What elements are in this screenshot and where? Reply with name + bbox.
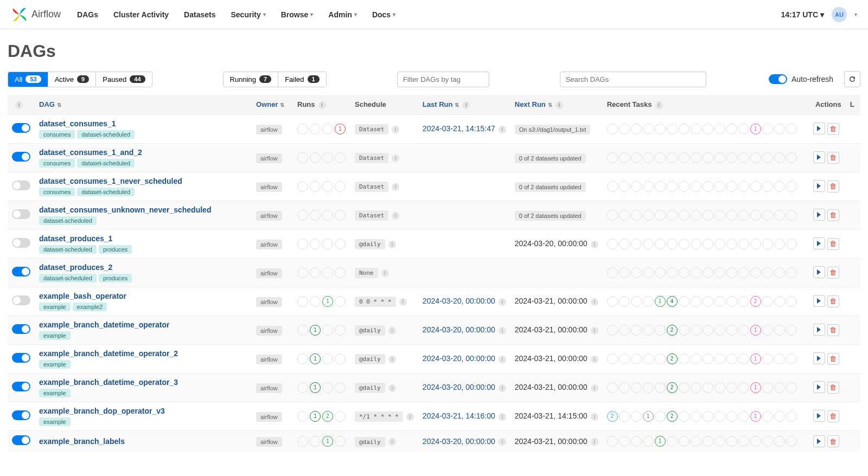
task-status-circle[interactable] [762,436,773,447]
task-status-circle[interactable] [607,210,618,221]
run-status-circle[interactable] [297,239,308,249]
run-status-circle[interactable] [335,325,346,336]
run-status-circle[interactable] [335,411,346,422]
task-status-circle[interactable] [679,181,690,192]
task-status-circle[interactable] [738,267,749,278]
task-status-circle[interactable] [714,325,725,336]
task-status-circle[interactable] [750,181,761,192]
task-status-circle[interactable] [726,325,737,336]
tag-chip[interactable]: dataset-scheduled [39,274,97,282]
delete-button[interactable]: 🗑 [827,123,839,135]
task-status-circle[interactable] [726,124,737,134]
dag-enable-toggle[interactable] [12,353,30,363]
task-status-circle[interactable] [643,382,654,393]
task-status-circle[interactable] [631,296,642,307]
owner-chip[interactable]: airflow [256,355,282,364]
task-status-circle[interactable] [643,325,654,336]
trigger-button[interactable] [813,209,825,221]
task-status-circle[interactable] [750,436,761,447]
dag-link[interactable]: dataset_consumes_1 [39,119,116,128]
task-status-circle[interactable] [607,382,618,393]
task-status-circle[interactable] [786,239,797,249]
run-status-circle[interactable] [322,267,333,278]
info-icon[interactable]: i [591,241,598,248]
task-status-circle[interactable] [691,411,701,422]
dag-enable-toggle[interactable] [12,295,30,305]
task-status-circle[interactable] [714,436,725,447]
task-status-circle[interactable] [643,152,654,163]
delete-button[interactable]: 🗑 [827,267,839,279]
run-status-circle[interactable]: 1 [310,411,321,422]
schedule-chip[interactable]: Dataset [355,210,388,221]
info-icon[interactable]: i [392,212,399,220]
task-status-circle[interactable] [762,353,773,364]
dag-link[interactable]: dataset_consumes_1_and_2 [39,148,142,157]
task-status-circle[interactable] [726,152,737,163]
task-status-circle[interactable] [619,210,630,221]
task-status-circle[interactable] [619,411,630,422]
task-status-circle[interactable] [714,267,725,278]
task-status-circle[interactable] [726,436,737,447]
trigger-button[interactable] [813,237,825,249]
tag-chip[interactable]: consumes [39,159,75,168]
task-status-circle[interactable] [786,210,797,221]
task-status-circle[interactable] [607,296,618,307]
delete-button[interactable]: 🗑 [827,181,839,192]
task-status-circle[interactable] [679,353,690,364]
info-icon[interactable]: i [392,155,399,162]
run-status-circle[interactable]: 1 [322,436,333,447]
task-status-circle[interactable] [750,210,761,221]
task-status-circle[interactable] [774,382,785,393]
task-status-circle[interactable] [703,382,713,393]
dag-enable-toggle[interactable] [12,267,30,276]
nav-item-docs[interactable]: Docs▾ [372,10,395,19]
dag-link[interactable]: example_branch_labels [39,437,125,446]
clock[interactable]: 14:17 UTC▾ [781,10,824,19]
task-status-circle[interactable] [643,296,654,307]
task-status-circle[interactable] [738,124,749,134]
task-status-circle[interactable] [786,296,797,307]
task-status-circle[interactable] [714,210,725,221]
task-status-circle[interactable] [631,152,642,163]
schedule-chip[interactable]: Dataset [355,124,388,134]
task-status-circle[interactable] [703,152,713,163]
task-status-circle[interactable] [762,296,773,307]
run-status-circle[interactable] [297,325,308,336]
schedule-chip[interactable]: @daily [355,239,385,249]
task-status-circle[interactable] [714,353,725,364]
task-status-circle[interactable] [679,152,690,163]
task-status-circle[interactable] [714,152,725,163]
task-status-circle[interactable] [750,267,761,278]
info-icon[interactable]: i [591,298,598,306]
task-status-circle[interactable]: 1 [750,124,761,134]
task-status-circle[interactable]: 2 [667,411,678,422]
task-status-circle[interactable] [619,296,630,307]
last-run-link[interactable]: 2024-03-20, 00:00:00 [423,383,495,391]
owner-chip[interactable]: airflow [256,268,282,278]
task-status-circle[interactable] [619,353,630,364]
delete-button[interactable]: 🗑 [827,410,839,422]
delete-button[interactable]: 🗑 [827,324,839,336]
dag-link[interactable]: dataset_consumes_unknown_never_scheduled [39,205,211,214]
run-status-circle[interactable]: 1 [310,325,321,336]
task-status-circle[interactable] [762,210,773,221]
schedule-chip[interactable]: */1 * * * * [355,411,403,422]
dag-enable-toggle[interactable] [12,181,30,190]
info-icon[interactable]: i [591,384,598,392]
task-status-circle[interactable] [679,436,690,447]
task-status-circle[interactable] [631,267,642,278]
task-status-circle[interactable] [655,152,666,163]
filter-paused[interactable]: Paused 44 [96,72,151,87]
task-status-circle[interactable] [655,411,666,422]
run-status-circle[interactable] [335,436,346,447]
dag-enable-toggle[interactable] [12,435,30,445]
task-status-circle[interactable] [762,325,773,336]
owner-chip[interactable]: airflow [256,182,282,192]
task-status-circle[interactable] [738,296,749,307]
task-status-circle[interactable] [726,210,737,221]
task-status-circle[interactable] [607,239,618,249]
run-status-circle[interactable] [297,152,308,163]
run-status-circle[interactable] [310,181,321,192]
dag-link[interactable]: dataset_produces_2 [39,263,112,272]
task-status-circle[interactable]: 2 [607,411,618,422]
